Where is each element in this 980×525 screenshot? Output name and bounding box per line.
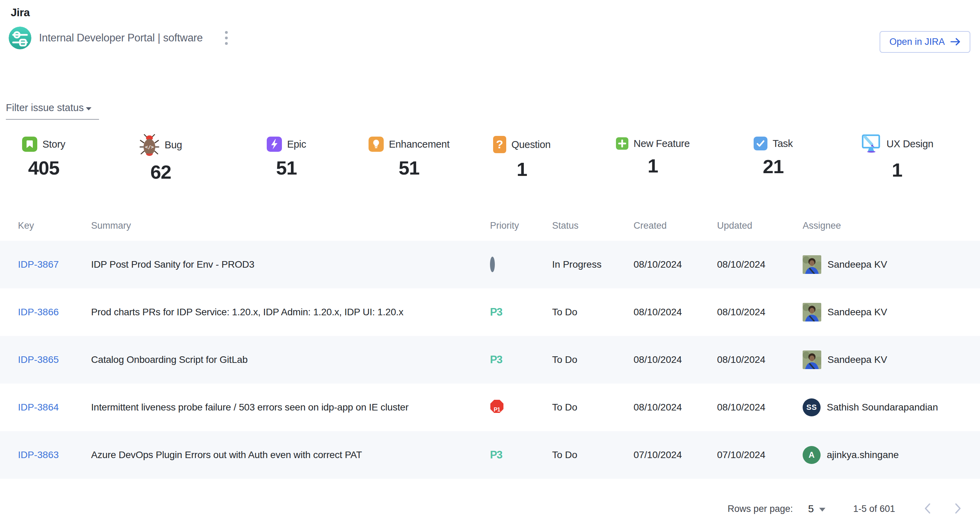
column-header-summary: Summary xyxy=(91,220,490,231)
counter-count: 1 xyxy=(616,154,690,177)
rows-per-page-select[interactable]: 5 xyxy=(808,503,826,515)
task-checkbox-icon xyxy=(754,136,767,151)
counter-count: 62 xyxy=(139,161,182,183)
issue-created-date: 08/10/2024 xyxy=(633,307,717,318)
assignee-name: ajinkya.shingane xyxy=(827,449,899,460)
entity-header: Internal Developer Portal | software Ope… xyxy=(9,27,970,49)
counter-count: 21 xyxy=(754,155,792,178)
column-header-status: Status xyxy=(552,220,633,231)
column-header-created: Created xyxy=(633,220,717,231)
issue-status: To Do xyxy=(552,402,633,413)
assignee-initials-avatar: A xyxy=(803,446,821,464)
entity-name[interactable]: Internal Developer Portal | software xyxy=(39,32,203,44)
issue-updated-date: 08/10/2024 xyxy=(717,354,803,365)
counter-label: UX Design xyxy=(886,138,934,150)
pagination-range: 1-5 of 601 xyxy=(853,504,895,514)
kebab-menu-icon[interactable] xyxy=(223,29,230,47)
counter-label: Question xyxy=(511,139,551,151)
issue-created-date: 08/10/2024 xyxy=(633,259,717,270)
counter-label: Story xyxy=(43,139,65,150)
story-bookmark-icon xyxy=(22,136,37,152)
assignee-photo-avatar xyxy=(803,255,821,274)
table-row[interactable]: IDP-3865 Catalog Onboarding Script for G… xyxy=(0,336,980,384)
table-row[interactable]: IDP-3863 Azure DevOps Plugin Errors out … xyxy=(0,431,980,479)
issue-summary: Prod charts PRs for IDP Service: 1.20.x,… xyxy=(91,307,490,318)
counter-count: 51 xyxy=(369,157,450,179)
counter-count: 1 xyxy=(861,159,934,181)
assignee-photo-avatar xyxy=(803,351,821,369)
issue-key-link[interactable]: IDP-3864 xyxy=(18,402,59,412)
counter-label: Epic xyxy=(287,139,306,150)
filter-issue-status-select[interactable]: Filter issue status xyxy=(6,102,99,120)
column-header-priority: Priority xyxy=(490,220,552,231)
pagination-bar: Rows per page: 5 1-5 of 601 xyxy=(0,496,980,522)
issue-type-counters: Story 405 </> Bug 62 xyxy=(0,134,980,192)
issue-updated-date: 08/10/2024 xyxy=(717,402,803,413)
issue-updated-date: 08/10/2024 xyxy=(717,259,803,270)
counter-story: Story 405 xyxy=(22,136,65,179)
assignee-name: Sathish Soundarapandian xyxy=(827,402,938,413)
epic-lightning-icon xyxy=(267,136,282,152)
chevron-down-icon xyxy=(86,107,91,110)
counter-label: Bug xyxy=(165,140,182,151)
assignee-photo-avatar xyxy=(803,303,821,322)
assignee-name: Sandeepa KV xyxy=(827,354,887,365)
svg-text:?: ? xyxy=(496,138,503,151)
table-row[interactable]: IDP-3866 Prod charts PRs for IDP Service… xyxy=(0,289,980,336)
page-title: Jira xyxy=(11,6,30,19)
counter-label: New Feature xyxy=(633,138,690,149)
column-header-assignee: Assignee xyxy=(803,220,970,231)
counter-question: ? Question 1 xyxy=(493,136,551,181)
counter-bug: </> Bug 62 xyxy=(139,134,182,183)
jira-plugin-card: Jira Internal Developer Portal | softwar… xyxy=(0,0,980,525)
assignee-name: Sandeepa KV xyxy=(827,259,887,270)
issue-key-link[interactable]: IDP-3866 xyxy=(18,307,59,317)
counter-task: Task 21 xyxy=(754,136,792,178)
counter-ux-design: UX Design 1 xyxy=(861,134,934,181)
assignee-name: Sandeepa KV xyxy=(827,307,887,318)
counter-count: 1 xyxy=(493,158,551,181)
issue-created-date: 08/10/2024 xyxy=(633,354,717,365)
issues-table: Key Summary Priority Status Created Upda… xyxy=(0,210,980,479)
rows-per-page-value: 5 xyxy=(808,503,814,515)
rows-per-page-label: Rows per page: xyxy=(728,504,793,514)
ux-design-monitor-icon xyxy=(861,134,881,154)
issue-updated-date: 08/10/2024 xyxy=(717,307,803,318)
column-header-key: Key xyxy=(18,220,91,231)
issue-status: In Progress xyxy=(552,259,633,270)
issue-summary: Catalog Onboarding Script for GitLab xyxy=(91,354,490,365)
priority-p1-octagon-icon: P1 xyxy=(490,404,504,415)
previous-page-button[interactable] xyxy=(922,501,933,517)
issue-key-link[interactable]: IDP-3863 xyxy=(18,449,59,460)
counter-label: Task xyxy=(773,138,792,149)
issue-key-link[interactable]: IDP-3865 xyxy=(18,354,59,365)
issue-created-date: 08/10/2024 xyxy=(633,402,717,413)
svg-text:</>: </> xyxy=(145,144,154,150)
open-in-jira-label: Open in JIRA xyxy=(889,36,945,47)
chevron-down-icon xyxy=(819,508,826,512)
question-mark-icon: ? xyxy=(493,136,506,153)
chevron-right-icon xyxy=(955,503,961,514)
chevron-left-icon xyxy=(924,503,931,514)
open-in-jira-button[interactable]: Open in JIRA xyxy=(880,31,970,53)
issue-summary: Azure DevOps Plugin Errors out with Auth… xyxy=(91,449,490,460)
next-page-button[interactable] xyxy=(952,501,963,517)
priority-ring-icon xyxy=(490,257,495,272)
filter-issue-status-label: Filter issue status xyxy=(6,102,84,114)
table-row[interactable]: IDP-3867 IDP Post Prod Sanity for Env - … xyxy=(0,241,980,289)
priority-p3-badge: P3 xyxy=(490,354,502,366)
counter-count: 405 xyxy=(22,157,65,179)
table-row[interactable]: IDP-3864 Intermittent liveness probe fai… xyxy=(0,384,980,431)
counter-enhancement: Enhancement 51 xyxy=(369,136,450,179)
counter-new-feature: New Feature 1 xyxy=(616,137,690,177)
priority-p3-badge: P3 xyxy=(490,449,502,461)
bug-beetle-icon: </> xyxy=(139,134,159,156)
issue-updated-date: 07/10/2024 xyxy=(717,449,803,460)
issue-key-link[interactable]: IDP-3867 xyxy=(18,259,59,270)
priority-p3-badge: P3 xyxy=(490,306,502,318)
issue-created-date: 07/10/2024 xyxy=(633,449,717,460)
counter-epic: Epic 51 xyxy=(267,136,306,179)
arrow-right-icon xyxy=(950,37,961,46)
table-header-row: Key Summary Priority Status Created Upda… xyxy=(0,210,980,241)
priority-p1-label: P1 xyxy=(490,404,504,415)
